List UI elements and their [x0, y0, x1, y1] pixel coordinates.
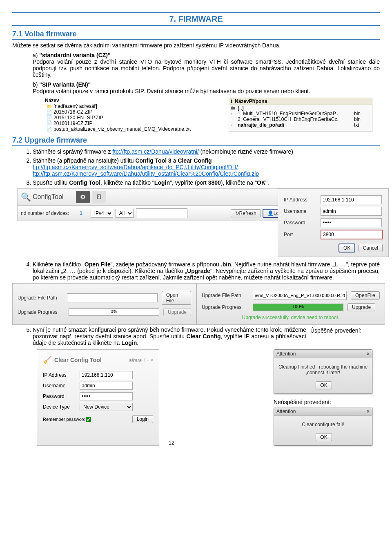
attention-success-dialog: Attention× Cleanup finished , rebooting …: [274, 349, 372, 394]
clear-config-panel: 🧹 Clear Config Tool alhua i – × IP Addre…: [37, 349, 159, 446]
cc-user-label: Username: [43, 383, 80, 389]
ip-label: IP Address: [284, 197, 321, 203]
cc-user-input[interactable]: [80, 382, 133, 390]
cancel-button[interactable]: Cancel: [359, 244, 383, 252]
gear-icon[interactable]: ⚙: [76, 191, 90, 203]
s3b: Config Tool: [69, 179, 100, 186]
open-file-button-left[interactable]: Open File: [162, 291, 191, 305]
open-file-button-right[interactable]: OpenFile: [351, 291, 380, 299]
step1-text-b: (nekombinujte různé verze firmware): [200, 148, 293, 155]
cc-type-select[interactable]: New Device: [80, 403, 133, 411]
upg-path-input-left[interactable]: [67, 293, 158, 302]
file-icon: ▫: [231, 122, 236, 128]
configtool-title: ConfigTool: [33, 193, 64, 201]
file-right-ext-0: [354, 105, 370, 111]
s5b: Clear Config: [187, 333, 221, 340]
ok-button[interactable]: OK: [339, 244, 355, 253]
s3e: ", vyplňte (port: [170, 179, 208, 186]
step4-prefix: Klikněte na tlačítko „: [33, 261, 85, 268]
calendar-icon[interactable]: 🗓: [92, 191, 106, 203]
refresh-button[interactable]: ↻ Refresh: [231, 209, 261, 217]
step4-m1: ", zadejte požadovaný firmware s přípono…: [111, 261, 221, 268]
upgrade-button-right[interactable]: Upgrade: [347, 303, 375, 311]
section-7-1-title: 7.1 Volba firmware: [12, 30, 380, 40]
step4-bin: .bin: [221, 261, 231, 268]
section-7-title: 7. FIRMWARE: [12, 12, 380, 26]
cc-pwd-label: Password: [43, 393, 80, 399]
refresh-label: Refresh: [239, 210, 256, 216]
ipv-select[interactable]: IPv4: [91, 209, 113, 218]
file-left-row-4: postup_aktualizace_viz_obecny_manual_EMQ…: [53, 126, 191, 132]
fail-label: Neúspěšné provedení:: [274, 399, 380, 405]
attn-ok-button-2[interactable]: OK: [316, 433, 332, 441]
step-3: Spusťte utilitu Config Tool, klikněte na…: [33, 179, 380, 186]
file-right-row-1: 1. Multi_VTH1510_EngRusItlFreGerDutSpaP.…: [238, 111, 354, 116]
variant-a: a) "standardní varianta (CZ)" Podpora vo…: [33, 52, 380, 78]
file-icon: ▫: [231, 111, 236, 116]
attn-title-1: Attention: [276, 351, 296, 357]
folder-icon: [47, 103, 52, 109]
file-icon: [47, 121, 52, 126]
file-right-header-ext: Přípona: [249, 98, 267, 104]
section-7-2-title: 7.2 Upgrade firmware: [12, 136, 380, 146]
cc-ip-input[interactable]: [80, 371, 133, 379]
s3h: OK: [257, 179, 265, 186]
variant-a-text: Podpora volání pouze z dveřní stanice VT…: [33, 58, 380, 78]
file-right-mark: t: [231, 98, 235, 104]
upgrade-success-msg: Upgrade successfully, device need to reb…: [202, 315, 380, 320]
window-controls[interactable]: i – ×: [144, 358, 153, 362]
s3c: , klikněte na tlačítko ": [100, 179, 154, 186]
step2-link2[interactable]: ftp://ftp.asm.cz/Kamerovy_software/Dahua…: [33, 170, 259, 177]
file-right-row-3: nahrajte_dle_pořadí: [238, 122, 354, 128]
attn-fail-msg: Clear configure fail!: [274, 416, 372, 433]
attn-title-2: Attention: [276, 409, 296, 414]
variant-b-title: "SIP varianta (EN)": [39, 81, 91, 88]
file-right-ext-1: bin: [354, 111, 370, 116]
upg-path-input-right[interactable]: [253, 291, 347, 300]
progress-bar-left: 0%: [69, 308, 159, 316]
step-5: Nyní je nutné smazat konfiguraci pro spr…: [33, 326, 380, 346]
file-icon: ▫: [231, 116, 236, 122]
file-right-ext-2: bin: [354, 116, 370, 122]
port-label: Port: [284, 232, 321, 237]
upg-prog-label-r: Upgrade Progress: [202, 304, 253, 310]
user-input[interactable]: [321, 207, 382, 216]
step2-link1[interactable]: ftp://ftp.asm.cz/Kamerovy_software/Dahua…: [33, 164, 238, 170]
close-icon[interactable]: ×: [367, 351, 370, 357]
variant-a-bullet: a): [33, 52, 38, 58]
ip-input[interactable]: [321, 195, 382, 204]
login-panel: IP Address Username Password Port OK Can…: [278, 188, 389, 257]
attn-ok-button-1[interactable]: OK: [316, 381, 332, 389]
devices-count: 1: [80, 210, 82, 216]
file-icon: [47, 115, 52, 121]
file-left-row-0: [nadřazený adresář]: [53, 103, 186, 109]
port-input[interactable]: [321, 230, 383, 239]
step-1: Stáhněte si správný firmware z ftp://ftp…: [33, 148, 380, 155]
user-label: Username: [284, 208, 321, 214]
close-icon[interactable]: ×: [367, 409, 370, 414]
cc-pwd-input[interactable]: [80, 392, 133, 400]
step2-b2: Clear Config: [178, 157, 212, 164]
filter-input[interactable]: [136, 208, 187, 218]
upgrade-button-left[interactable]: Upgrade: [163, 308, 191, 316]
file-left-row-3: 20160119-CZ.ZIP: [53, 121, 186, 126]
upg-prog-label: Upgrade Progress: [18, 309, 69, 315]
variant-b: b) "SIP varianta (EN)" Podpora volání po…: [33, 81, 380, 94]
progress-0: 0%: [69, 309, 159, 314]
step1-link[interactable]: ftp://ftp.asm.cz/Dahua/videovratni/: [112, 148, 199, 155]
page-number: 12: [159, 440, 184, 446]
step2-mid: a: [172, 157, 178, 164]
file-icon: [47, 126, 52, 132]
file-left-header: Název: [45, 98, 188, 103]
broom-icon: 🧹: [43, 355, 52, 364]
file-left-row-2: 20151120-EN--SIP.ZIP: [53, 115, 186, 121]
devices-label: nd number of devices:: [21, 210, 69, 216]
upg-path-label: Upgrade File Path: [18, 295, 67, 301]
success-label: Úspěšné provedení:: [310, 327, 380, 334]
cc-login-button[interactable]: Login: [132, 415, 153, 423]
cc-remember-checkbox[interactable]: [86, 417, 91, 422]
section-7-1-intro: Můžete se setkat se dvěma základními var…: [12, 42, 380, 49]
file-right-ext-3: txt: [354, 122, 370, 128]
pwd-input[interactable]: [321, 218, 382, 227]
all-select[interactable]: All: [116, 209, 134, 218]
